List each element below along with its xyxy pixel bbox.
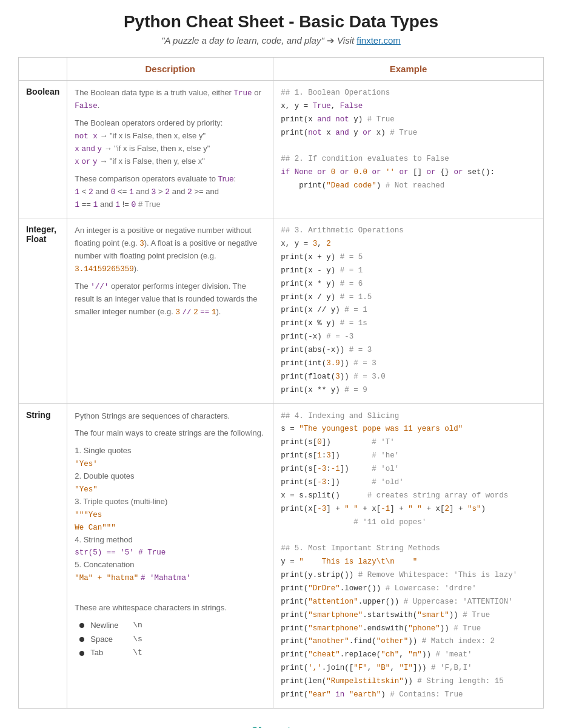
example-integer-float: ## 3. Arithmetic Operations x, y = 3, 2 … [273, 218, 544, 403]
table-row-string: String Python Strings are sequences of c… [19, 403, 544, 708]
type-boolean: Boolean [19, 81, 67, 218]
finxter-link[interactable]: finxter.com [356, 35, 401, 46]
subtitle-quote: "A puzzle a day to learn, code, and play… [161, 35, 324, 46]
type-string: String [19, 403, 67, 708]
example-boolean: ## 1. Boolean Operations x, y = True, Fa… [273, 81, 544, 218]
page-subtitle: "A puzzle a day to learn, code, and play… [18, 35, 544, 46]
example-string: ## 4. Indexing and Slicing s = "The youn… [273, 403, 544, 708]
list-item-space: Space \s [79, 633, 266, 646]
page-header: Python Cheat Sheet - Basic Data Types "A… [18, 12, 544, 46]
desc-integer-float: An integer is a positive or negative num… [67, 218, 273, 403]
desc-boolean: The Boolean data type is a truth value, … [67, 81, 273, 218]
type-integer-float: Integer,Float [19, 218, 67, 403]
desc-string: Python Strings are sequences of characte… [67, 403, 273, 708]
cheat-table: Description Example Boolean The Boolean … [18, 57, 544, 709]
whitespace-list: Newline \n Space \s Tab \t [79, 619, 266, 659]
header-type [19, 58, 67, 81]
arrow-symbol: ➔ [327, 35, 337, 46]
list-item-newline: Newline \n [79, 619, 266, 632]
footer-brand: finxter [18, 724, 544, 728]
table-row-boolean: Boolean The Boolean data type is a truth… [19, 81, 544, 218]
table-row-integer-float: Integer,Float An integer is a positive o… [19, 218, 544, 403]
header-example: Example [273, 58, 544, 81]
list-item-tab: Tab \t [79, 647, 266, 659]
visit-text: Visit [337, 35, 356, 46]
page-title: Python Cheat Sheet - Basic Data Types [18, 12, 544, 32]
header-description: Description [67, 58, 273, 81]
